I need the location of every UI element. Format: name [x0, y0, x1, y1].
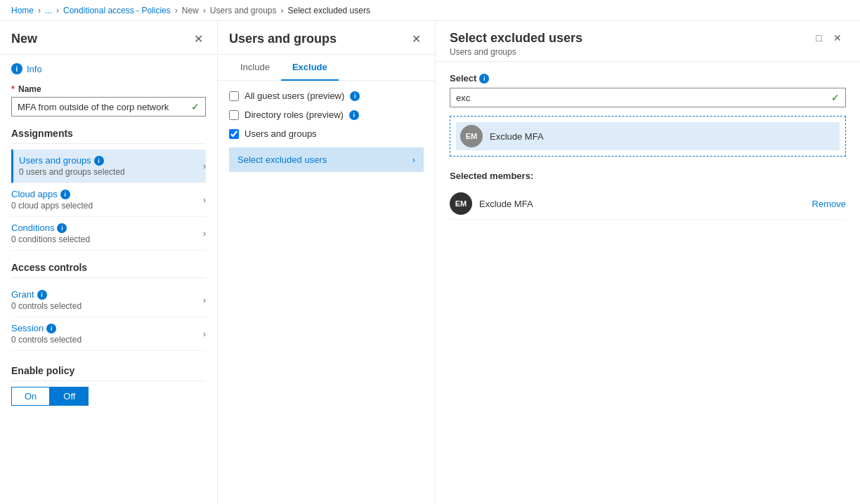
- selected-members-title: Selected members:: [450, 171, 846, 181]
- search-box: ✓: [450, 88, 846, 107]
- nav-item-cloudapps-content: Cloud apps i 0 cloud apps selected: [11, 189, 203, 211]
- session-info-icon: i: [46, 324, 56, 333]
- nav-item-grant-subtitle: 0 controls selected: [11, 301, 203, 311]
- enable-policy-title: Enable policy: [11, 365, 206, 381]
- checkbox-all-guest: All guest users (preview) i: [229, 91, 424, 101]
- checkbox-directory-roles-input[interactable]: [229, 110, 239, 120]
- panel-new: New ✕ i Info * Name MFA from outside of …: [0, 21, 218, 504]
- checkbox-users-groups-label: Users and groups: [245, 128, 317, 139]
- name-check-icon: ✓: [191, 101, 200, 112]
- users-arrow-icon: ›: [203, 161, 206, 171]
- select-label: Select i: [450, 73, 846, 84]
- checkbox-all-guest-label: All guest users (preview): [245, 91, 344, 101]
- search-result-avatar: EM: [460, 125, 483, 147]
- toggle-group: On Off: [11, 387, 206, 406]
- name-input[interactable]: MFA from outside of the corp network ✓: [11, 97, 206, 117]
- breadcrumb-sep4: ›: [203, 6, 206, 15]
- nav-item-users[interactable]: Users and groups i 0 users and groups se…: [11, 150, 206, 183]
- nav-item-session-subtitle: 0 controls selected: [11, 335, 203, 345]
- panel-new-header: New ✕: [0, 21, 217, 55]
- breadcrumb-home[interactable]: Home: [11, 6, 34, 15]
- nav-item-cloudapps[interactable]: Cloud apps i 0 cloud apps selected ›: [11, 183, 206, 217]
- directory-roles-info-icon: i: [349, 110, 359, 120]
- panel-new-title: New: [11, 32, 37, 46]
- breadcrumb-policies[interactable]: Conditional access - Policies: [63, 6, 171, 15]
- session-arrow-icon: ›: [203, 329, 206, 339]
- select-info-icon: i: [479, 74, 489, 84]
- search-result-name: Exclude MFA: [490, 131, 544, 142]
- breadcrumb-sep5: ›: [281, 6, 284, 15]
- breadcrumb-users: Users and groups: [210, 6, 277, 15]
- member-row: EM Exclude MFA Remove: [450, 188, 846, 220]
- conditions-info-icon: i: [57, 223, 67, 233]
- panel2-body: All guest users (preview) i Directory ro…: [218, 81, 435, 504]
- conditions-arrow-icon: ›: [203, 229, 206, 239]
- users-info-icon: i: [94, 156, 104, 166]
- checkbox-users-groups-input[interactable]: [229, 129, 239, 139]
- panel-users-title: Users and groups: [229, 32, 337, 46]
- panel3-title: Select excluded users: [450, 31, 582, 46]
- breadcrumb-sep2: ›: [56, 6, 59, 15]
- tab-include[interactable]: Include: [229, 55, 281, 81]
- nav-item-conditions[interactable]: Conditions i 0 conditions selected ›: [11, 217, 206, 251]
- panel3-header-left: Select excluded users Users and groups: [450, 31, 582, 57]
- toggle-on-button[interactable]: On: [11, 387, 50, 406]
- nav-item-users-subtitle: 0 users and groups selected: [19, 167, 203, 177]
- search-results: EM Exclude MFA: [450, 116, 846, 157]
- search-check-icon: ✓: [831, 92, 840, 103]
- checkbox-directory-roles: Directory roles (preview) i: [229, 110, 424, 120]
- toggle-off-button[interactable]: Off: [50, 387, 89, 406]
- nav-item-conditions-title: Conditions i: [11, 223, 203, 233]
- remove-member-button[interactable]: Remove: [812, 199, 846, 209]
- header-actions: □ ✕: [812, 31, 846, 45]
- panel-users-close[interactable]: ✕: [409, 31, 424, 47]
- breadcrumb-sep1: ›: [38, 6, 41, 15]
- nav-item-users-title: Users and groups i: [19, 155, 203, 166]
- nav-item-users-content: Users and groups i 0 users and groups se…: [19, 155, 203, 177]
- nav-item-session-content: Session i 0 controls selected: [11, 323, 203, 345]
- required-star: *: [11, 84, 15, 94]
- info-icon: i: [11, 63, 22, 74]
- nav-item-conditions-subtitle: 0 conditions selected: [11, 234, 203, 244]
- breadcrumb-sep3: ›: [175, 6, 178, 15]
- tab-exclude[interactable]: Exclude: [281, 55, 339, 81]
- cloudapps-info-icon: i: [60, 190, 70, 199]
- select-users-arrow-icon: ›: [412, 154, 415, 165]
- panel3-header: Select excluded users Users and groups □…: [436, 21, 860, 62]
- nav-item-cloudapps-title: Cloud apps i: [11, 189, 203, 199]
- panel3-subtitle: Users and groups: [450, 47, 582, 57]
- cloudapps-arrow-icon: ›: [203, 195, 206, 205]
- nav-item-grant-title: Grant i: [11, 289, 203, 300]
- maximize-button[interactable]: □: [812, 31, 826, 45]
- select-excluded-users-button[interactable]: Select excluded users ›: [229, 147, 424, 172]
- selected-members-section: Selected members: EM Exclude MFA Remove: [450, 171, 846, 220]
- nav-item-grant-content: Grant i 0 controls selected: [11, 289, 203, 311]
- grant-arrow-icon: ›: [203, 296, 206, 305]
- member-name: Exclude MFA: [479, 199, 805, 209]
- breadcrumb-current: Select excluded users: [288, 6, 370, 15]
- enable-policy-section: Enable policy On Off: [11, 365, 206, 406]
- tab-bar: Include Exclude: [218, 55, 435, 81]
- info-label: Info: [27, 64, 42, 74]
- panel-new-close[interactable]: ✕: [191, 31, 206, 47]
- name-field-label: * Name: [11, 84, 206, 94]
- nav-item-cloudapps-subtitle: 0 cloud apps selected: [11, 201, 203, 211]
- search-result-item[interactable]: EM Exclude MFA: [456, 122, 840, 150]
- breadcrumb: Home › ... › Conditional access - Polici…: [0, 0, 860, 21]
- nav-item-grant[interactable]: Grant i 0 controls selected ›: [11, 284, 206, 317]
- checkbox-directory-roles-label: Directory roles (preview): [245, 110, 344, 120]
- breadcrumb-tenant[interactable]: ...: [45, 6, 52, 15]
- access-controls-title: Access controls: [11, 262, 206, 278]
- checkbox-all-guest-input[interactable]: [229, 91, 239, 101]
- member-avatar: EM: [450, 192, 472, 215]
- all-guest-info-icon: i: [350, 91, 360, 101]
- nav-item-session[interactable]: Session i 0 controls selected ›: [11, 317, 206, 351]
- panel-users-header: Users and groups ✕: [218, 21, 435, 55]
- panel3-body: Select i ✓ EM Exclude MFA Selected membe…: [436, 62, 860, 504]
- panel-select-excluded: Select excluded users Users and groups □…: [436, 21, 860, 504]
- breadcrumb-new: New: [182, 6, 199, 15]
- search-input[interactable]: [456, 93, 831, 103]
- panel3-close-button[interactable]: ✕: [829, 31, 846, 45]
- nav-item-session-title: Session i: [11, 323, 203, 333]
- nav-item-conditions-content: Conditions i 0 conditions selected: [11, 223, 203, 244]
